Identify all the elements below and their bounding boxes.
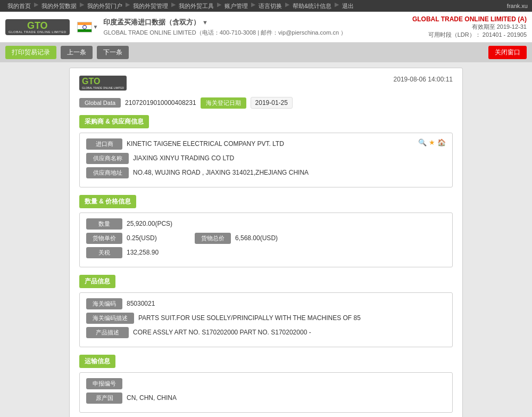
supplier-address-label: 供应商地址 [86, 167, 129, 178]
tariff-label: 关税 [86, 247, 122, 258]
bill-no-row: 申报编号 [86, 378, 446, 389]
valid-until-line: 有效期至 2019-12-31 [412, 23, 527, 31]
global-data-row: Global Data 21072019010000408231 海关登记日期 … [79, 97, 453, 109]
importer-label: 进口商 [86, 138, 122, 150]
star-icon[interactable]: ★ [429, 138, 435, 146]
logo-sub-text: GLOBAL TRADE ONLINE LIMITED [9, 30, 66, 34]
product-header: 产品信息 [79, 275, 115, 288]
ldr-line: 可用时段（LDR）： 201401 - 201905 [412, 31, 527, 39]
top-toolbar: 打印贸易记录 上一条 下一条 关闭窗口 [0, 43, 532, 62]
record-logo-gto: GTO [82, 77, 124, 86]
tariff-value: 132,258.90 [127, 247, 446, 258]
origin-value: CN, CHN, CHINA [127, 393, 446, 403]
hs-code-row: 海关编码 85030021 [86, 298, 446, 309]
nav-language[interactable]: 语言切换 [255, 1, 285, 11]
supplier-name-value: JIAXING XINYU TRADING CO LTD [133, 153, 446, 163]
header-contact: GLOBAL TRADE ONLINE LIMITED（电话：400-710-3… [103, 29, 412, 37]
header-right: GLOBAL TRADE ONLINE LIMITED (A) 有效期至 201… [412, 15, 527, 39]
price-row: 货物单价 0.25(USD) 货物总价 6,568.00(USD) [86, 233, 446, 244]
quantity-price-section: 数量 & 价格信息 数量 25,920.00(PCS) 货物单价 0.25(US… [79, 195, 453, 267]
supplier-address-row: 供应商地址 NO.48, WUJING ROAD , JIAXING 31402… [86, 167, 446, 178]
nav-trade-data[interactable]: 我的外贸数据 [38, 1, 80, 11]
hs-desc-row: 海关编码描述 PARTS SUIT.FOR USE SOLELY/PRINCIP… [86, 313, 446, 324]
india-flag [77, 22, 92, 32]
product-desc-label: 产品描述 [86, 327, 129, 338]
tariff-row: 关税 132,258.90 [86, 247, 446, 258]
record-logo-box: GTO GLOBAL TRADE ONLINE LIMITED [79, 76, 127, 91]
customs-date-label: 海关登记日期 [201, 97, 246, 109]
transport-header: 运输信息 [79, 355, 115, 368]
next-button[interactable]: 下一条 [97, 46, 129, 59]
transport-section: 运输信息 申报编号 原产国 CN, CHN, CHINA [79, 355, 453, 413]
supplier-address-value: NO.48, WUJING ROAD , JIAXING 314021,ZHEJ… [133, 167, 446, 178]
origin-label: 原产国 [86, 393, 122, 404]
prev-button[interactable]: 上一条 [61, 46, 93, 59]
quantity-price-content: 数量 25,920.00(PCS) 货物单价 0.25(USD) 货物总价 6,… [79, 212, 453, 267]
product-section: 产品信息 海关编码 85030021 海关编码描述 PARTS SUIT.FOR… [79, 275, 453, 347]
total-price-value: 6,568.00(USD) [235, 233, 446, 243]
record-number: 21072019010000408231 [125, 99, 196, 107]
hs-desc-value: PARTS SUIT.FOR USE SOLELY/PRINCIPALLY WI… [138, 313, 446, 323]
supplier-name-label: 供应商名称 [86, 153, 129, 164]
flag-white [78, 25, 92, 29]
bill-no-value [127, 378, 446, 381]
logo: GTO GLOBAL TRADE ONLINE LIMITED [5, 19, 70, 35]
transport-content: 申报编号 原产国 CN, CHN, CHINA [79, 372, 453, 413]
hs-code-value: 85030021 [127, 298, 446, 309]
record-header: GTO GLOBAL TRADE ONLINE LIMITED 2019-08-… [79, 76, 453, 91]
page-title: 印度孟买港进口数据（含双方） ▼ [103, 18, 412, 27]
importer-icons: 🔍 ★ 🏠 [418, 138, 446, 146]
importer-value: KINETIC TAIGENE ELECTRICAL COMPANY PVT. … [127, 138, 412, 149]
product-desc-row: 产品描述 CORE ASSLY ART NO. S170202000 PART … [86, 327, 446, 338]
origin-row: 原产国 CN, CHN, CHINA [86, 393, 446, 404]
main-content: GTO GLOBAL TRADE ONLINE LIMITED 2019-08-… [0, 62, 532, 417]
top-navigation: 我的首页 ▶ 我的外贸数据 ▶ 我的外贸门户 ▶ 我的外贸管理 ▶ 我的外贸工具… [0, 0, 532, 12]
logo-area: GTO GLOBAL TRADE ONLINE LIMITED [5, 19, 70, 35]
flag-dropdown[interactable]: ▼ [93, 24, 98, 30]
username: frank.xu [507, 3, 528, 9]
flag-area: ▼ [77, 22, 98, 32]
nav-foreign-portal[interactable]: 我的外贸门户 [84, 1, 126, 11]
product-content: 海关编码 85030021 海关编码描述 PARTS SUIT.FOR USE … [79, 292, 453, 347]
title-dropdown[interactable]: ▼ [202, 19, 208, 26]
flag-chakra [82, 25, 87, 29]
hs-desc-label: 海关编码描述 [86, 313, 134, 324]
customs-date-value: 2019-01-25 [251, 97, 293, 109]
hs-code-label: 海关编码 [86, 298, 122, 309]
print-button[interactable]: 打印贸易记录 [5, 46, 56, 59]
unit-price-label: 货物单价 [86, 233, 122, 244]
buyer-supplier-content: 进口商 KINETIC TAIGENE ELECTRICAL COMPANY P… [79, 133, 453, 187]
nav-links: 我的首页 ▶ 我的外贸数据 ▶ 我的外贸门户 ▶ 我的外贸管理 ▶ 我的外贸工具… [4, 1, 357, 11]
logo-gto-text: GTO [27, 21, 48, 30]
search-icon[interactable]: 🔍 [418, 138, 427, 146]
close-button[interactable]: 关闭窗口 [488, 46, 527, 59]
record-card: GTO GLOBAL TRADE ONLINE LIMITED 2019-08-… [69, 68, 463, 417]
nav-home[interactable]: 我的首页 [4, 1, 34, 11]
nav-logout[interactable]: 退出 [339, 1, 357, 11]
quantity-price-header: 数量 & 价格信息 [79, 195, 136, 208]
quantity-row: 数量 25,920.00(PCS) [86, 218, 446, 230]
unit-price-value: 0.25(USD) [127, 233, 190, 243]
importer-row: 进口商 KINETIC TAIGENE ELECTRICAL COMPANY P… [86, 138, 446, 150]
right-company-name: GLOBAL TRADE ONLINE LIMITED (A) [412, 15, 527, 23]
home-icon[interactable]: 🏠 [437, 138, 446, 146]
nav-foreign-tools[interactable]: 我的外贸工具 [176, 1, 217, 11]
total-price-label: 货物总价 [195, 233, 231, 244]
nav-foreign-mgmt[interactable]: 我的外贸管理 [130, 1, 171, 11]
nav-account[interactable]: 账户管理 [221, 1, 251, 11]
bill-no-label: 申报编号 [86, 378, 122, 389]
page-header: GTO GLOBAL TRADE ONLINE LIMITED ▼ 印度孟买港进… [0, 12, 532, 43]
buyer-supplier-header: 采购商 & 供应商信息 [79, 115, 149, 128]
quantity-label: 数量 [86, 218, 122, 230]
supplier-name-row: 供应商名称 JIAXING XINYU TRADING CO LTD [86, 153, 446, 164]
global-data-button[interactable]: Global Data [79, 98, 121, 108]
quantity-value: 25,920.00(PCS) [127, 218, 446, 229]
record-datetime: 2019-08-06 14:00:11 [394, 76, 453, 83]
record-logo: GTO GLOBAL TRADE ONLINE LIMITED [79, 76, 127, 91]
product-desc-value: CORE ASSLY ART NO. S170202000 PART NO. S… [133, 327, 446, 338]
nav-help[interactable]: 帮助&统计信息 [289, 1, 335, 11]
record-logo-sub: GLOBAL TRADE ONLINE LIMITED [82, 86, 124, 89]
flag-green [78, 29, 92, 32]
buyer-supplier-section: 采购商 & 供应商信息 进口商 KINETIC TAIGENE ELECTRIC… [79, 115, 453, 187]
header-info: 印度孟买港进口数据（含双方） ▼ GLOBAL TRADE ONLINE LIM… [103, 18, 412, 37]
